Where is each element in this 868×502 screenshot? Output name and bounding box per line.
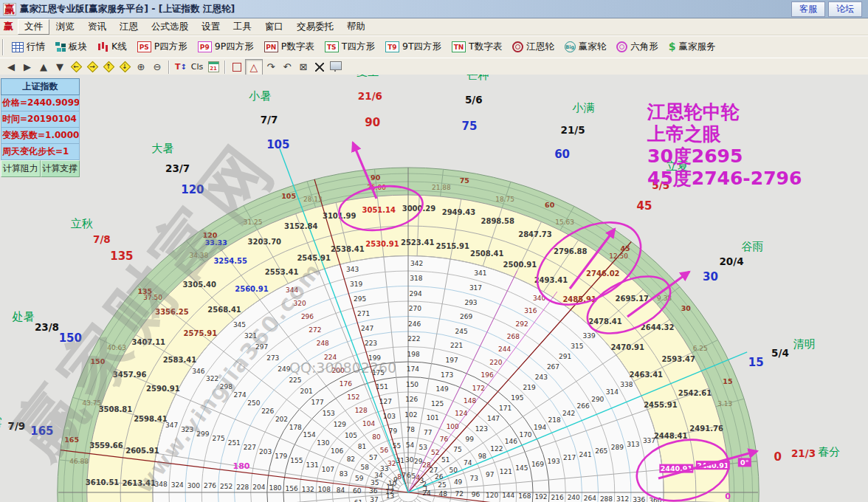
expand-button[interactable]: ⊠ <box>295 60 311 75</box>
toolbar-9p-square-button[interactable]: P99P四方形 <box>193 39 259 55</box>
spiral-number: 124 <box>455 410 467 417</box>
spiral-number: 29 <box>414 458 423 465</box>
spiral-number: 341 <box>474 269 486 277</box>
rim-degree-label: 30 <box>681 304 692 312</box>
toolbar-t-table-button[interactable]: TNT数字表 <box>447 39 507 55</box>
outer-price-label: 2847.73 <box>518 230 552 238</box>
spiral-number: 107 <box>322 466 334 473</box>
menu-item-1[interactable]: 浏览 <box>49 19 81 35</box>
toolbar-gann-wheel-button[interactable]: 江恩轮 <box>507 39 559 55</box>
rotate-ccw-button[interactable]: ↶ <box>279 60 295 75</box>
spiral-number: 170 <box>519 431 531 439</box>
calc-support-button[interactable]: 计算支撑 <box>41 160 80 177</box>
spiral-number: 298 <box>220 383 232 391</box>
shift-scale-button[interactable]: T↕ <box>173 60 189 75</box>
toolbar-hexagon-button[interactable]: 六角形 <box>611 39 664 55</box>
solar-term-label: 白露 <box>0 416 2 429</box>
rim-degree-label: 60 <box>545 201 555 209</box>
menu-item-7[interactable]: 窗口 <box>258 19 290 35</box>
menu-item-3[interactable]: 江恩 <box>113 19 145 35</box>
service-button[interactable]: 客服 <box>791 1 825 17</box>
quote-row-2: 变换系数=1.000000 <box>1 128 80 144</box>
axis-180-label: 180 <box>233 461 250 471</box>
toolbar-p-square-button[interactable]: PSP四方形 <box>132 39 193 55</box>
spiral-number: 100 <box>447 423 459 430</box>
outer-price-label: 2949.43 <box>442 208 476 216</box>
date-label: 7/8 <box>93 233 111 245</box>
menu-item-8[interactable]: 交易委托 <box>290 19 340 35</box>
date-label: 21/3 <box>791 447 816 459</box>
spiral-number: 174 <box>407 365 419 373</box>
menu-item-5[interactable]: 设置 <box>195 19 227 35</box>
spiral-number: 288 <box>600 495 613 502</box>
spiral-number: 31 <box>396 457 404 464</box>
forum-button[interactable]: 论坛 <box>828 1 862 17</box>
toolbar-quotes-button[interactable]: 行情 <box>7 39 50 55</box>
calendar-button[interactable]: 21 <box>205 60 221 75</box>
forward-button[interactable]: ▶ <box>19 60 35 75</box>
pan-down-button[interactable]: ↓ <box>117 60 133 75</box>
degree-label: 15 <box>748 356 764 369</box>
square-tool-button[interactable] <box>229 60 245 75</box>
spiral-number: 195 <box>511 394 523 402</box>
menu-item-0[interactable]: 文件 <box>18 19 49 35</box>
inner-price-label: 2530.91 <box>365 240 399 248</box>
toolbar-p-table-button[interactable]: PNP数字表 <box>259 39 320 55</box>
spiral-number: 323 <box>181 426 193 433</box>
date-label: 21/5 <box>561 124 585 136</box>
spiral-number: 154 <box>303 431 315 439</box>
degree-label: 90 <box>365 116 380 129</box>
pan-left-arrow: ← <box>70 61 82 72</box>
toolbar-winner-service-button[interactable]: $赢家服务 <box>664 39 721 55</box>
pan-up-button[interactable]: ↑ <box>100 60 117 75</box>
spiral-number: 240 <box>568 494 580 501</box>
annotation-line-2: 30度2695 <box>647 145 802 168</box>
spiral-number: 252 <box>220 483 232 490</box>
shrink-button[interactable] <box>311 60 328 75</box>
app-logo-icon: 赢 <box>3 3 16 16</box>
menu-item-9[interactable]: 帮助 <box>340 19 372 35</box>
menu-item-4[interactable]: 公式选股 <box>145 19 195 35</box>
spiral-number: 169 <box>531 461 544 468</box>
presentation-button[interactable] <box>328 60 344 75</box>
zoom-out-button[interactable]: ⊖ <box>149 60 165 75</box>
spiral-number: 246 <box>408 320 421 328</box>
spiral-number: 149 <box>436 385 449 393</box>
back-button[interactable]: ◀ <box>3 60 19 75</box>
toolbar-9t-square-button[interactable]: T99T四方形 <box>380 39 447 55</box>
spiral-number: 265 <box>595 447 607 455</box>
down-button[interactable]: ▼ <box>52 60 68 75</box>
spiral-number: 315 <box>571 343 583 350</box>
spiral-number: 173 <box>441 371 453 379</box>
toolbar-winner-wheel-button[interactable]: Big赢家轮 <box>559 39 612 55</box>
toolbar-t-square-button[interactable]: TST四方形 <box>320 39 380 55</box>
spiral-number: 101 <box>427 414 439 422</box>
spiral-number: 244 <box>498 345 511 353</box>
calendar-icon: 21 <box>208 61 219 72</box>
inner-price-label: 2590.91 <box>146 385 180 393</box>
spiral-number: 130 <box>317 439 329 447</box>
zoom-in-button[interactable]: ⊕ <box>133 60 149 75</box>
degree-label: 30 <box>703 270 718 283</box>
p-table-icon: PN <box>264 41 278 52</box>
outer-price-label: 3305.40 <box>182 281 216 289</box>
calc-resistance-button[interactable]: 计算阻力 <box>1 160 41 177</box>
spiral-number: 61 <box>354 499 362 502</box>
winner-wheel-label: 赢家轮 <box>579 41 607 53</box>
up-button[interactable]: ▲ <box>35 60 52 75</box>
menu-item-2[interactable]: 资讯 <box>81 19 113 35</box>
solar-term-label: 谷雨 <box>741 240 763 253</box>
toolbar-kline-button[interactable]: K线 <box>92 39 132 55</box>
pan-right-button[interactable]: → <box>84 60 100 75</box>
toolbar-sectors-button[interactable]: 板块 <box>50 39 92 55</box>
pan-left-button[interactable]: ← <box>68 60 84 75</box>
cls-button[interactable]: Cls <box>189 60 205 75</box>
spiral-number: 274 <box>234 391 247 399</box>
quotes-label: 行情 <box>27 41 45 53</box>
winner-wheel-icon: Big <box>565 41 576 52</box>
rotate-cw-button[interactable]: ↷ <box>263 60 279 75</box>
menu-item-6[interactable]: 工具 <box>227 19 258 35</box>
triangle-tool-button[interactable]: △ <box>245 59 263 75</box>
spiral-number: 50 <box>450 467 458 474</box>
spiral-number: 216 <box>551 494 564 501</box>
